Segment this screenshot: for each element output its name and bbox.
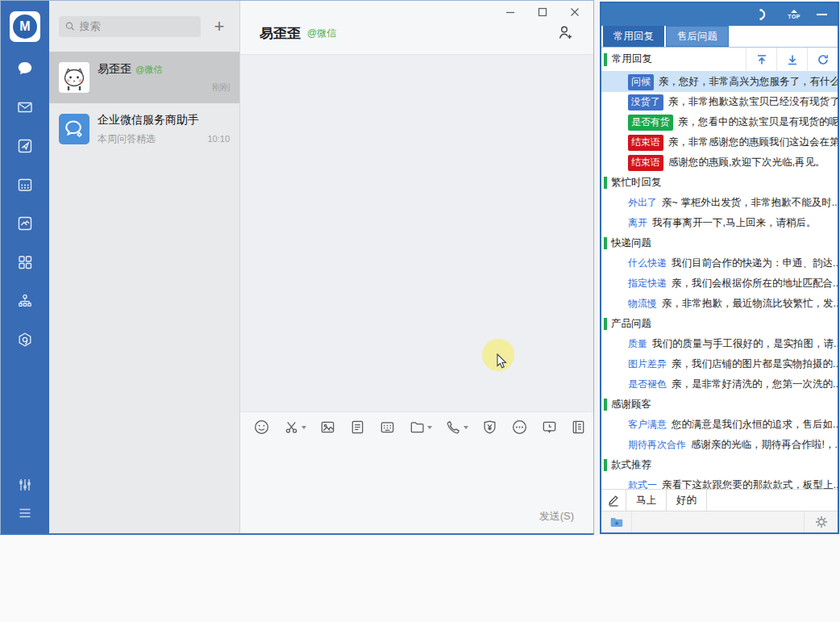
reply-row[interactable]: 是否有货 亲，您看中的这款宝贝是有现货的呢... (601, 112, 838, 132)
app-logo-glyph: M (13, 15, 37, 39)
reply-tag: 离开 (628, 216, 647, 230)
maximize-icon[interactable] (532, 4, 553, 20)
quick-reply-buttons: 马上 好的 (626, 490, 707, 511)
payment-icon[interactable] (481, 419, 498, 436)
call-icon[interactable] (445, 419, 468, 436)
close-icon[interactable] (564, 4, 585, 20)
docs-icon[interactable] (16, 137, 34, 155)
send-button[interactable]: 发送(S) (539, 509, 574, 524)
chat-time: 10:10 (207, 134, 230, 144)
filter-icon[interactable] (16, 476, 34, 494)
mail-icon[interactable] (16, 98, 34, 116)
chat-list-item-yiwaiwai[interactable]: 易歪歪 @微信 刚刚 (49, 52, 239, 103)
file-icon[interactable] (349, 419, 366, 436)
wechat-badge: @微信 (135, 64, 162, 76)
group-title: 繁忙时回复 (611, 176, 662, 190)
minimize-icon[interactable] (500, 4, 521, 20)
reply-row[interactable]: 结束语 感谢您的惠顾,欢迎下次光临,再见。 (601, 152, 838, 173)
group-marker (604, 177, 607, 189)
gallery-icon[interactable] (16, 215, 34, 232)
group-marker (604, 399, 607, 411)
contacts-icon[interactable] (16, 292, 34, 310)
reply-row[interactable]: 繁忙时回复 (601, 173, 838, 193)
chat-preview: 本周问答精选 (98, 132, 207, 146)
menu-icon[interactable] (16, 504, 34, 522)
reply-tag: 质量 (628, 337, 647, 351)
conversation-pane: 易歪歪 @微信 (240, 1, 593, 533)
scroll-top-icon[interactable] (746, 48, 776, 72)
group-marker (604, 53, 607, 66)
reply-list-toolbar: 常用回复 (601, 48, 838, 72)
reply-row[interactable]: 产品问题 (601, 314, 838, 334)
reply-row[interactable]: 离开 我有事离开一下,马上回来，请稍后。 (601, 213, 838, 233)
pin-top-button[interactable]: TOP (788, 10, 800, 19)
workbench-icon[interactable] (16, 253, 34, 271)
message-record-icon[interactable] (570, 419, 587, 436)
folder-icon[interactable] (601, 511, 632, 532)
group-title: 感谢顾客 (611, 398, 651, 411)
search-input[interactable] (80, 20, 194, 32)
quick-reply-icon[interactable] (379, 419, 396, 436)
reply-row[interactable]: 什么快递 我们目前合作的快递为：申通、韵达... (601, 253, 838, 273)
group-marker (604, 318, 607, 330)
desktop: M (0, 0, 840, 622)
add-member-icon[interactable] (556, 23, 576, 43)
reply-tag: 什么快递 (628, 257, 667, 270)
reply-row[interactable]: 款式一 亲看下这款跟您要的那款款式，板型上... (601, 475, 838, 489)
chat-list-item-wecom-assistant[interactable]: 企业微信服务商助手 本周问答精选 10:10 (49, 103, 239, 155)
chevron-down-icon (464, 426, 468, 429)
calendar-icon[interactable] (16, 176, 34, 194)
reply-list: 问候 亲，您好，非常高兴为您服务了，有什么... 没货了 亲，非常抱歉这款宝贝已… (601, 72, 838, 489)
reply-text: 亲，我们店铺的图片都是实物拍摄的... (672, 357, 838, 371)
reply-row[interactable]: 客户满意 您的满意是我们永恒的追求，售后如... (601, 415, 838, 435)
image-icon[interactable] (319, 419, 336, 436)
reply-row[interactable]: 问候 亲，您好，非常高兴为您服务了，有什么... (601, 72, 838, 92)
reply-row[interactable]: 质量 我们的质量与手工很好的，是实拍图，请... (601, 334, 838, 354)
more-icon[interactable] (511, 419, 528, 436)
reply-row[interactable]: 外出了 亲~ 掌柜外出发货，非常抱歉不能及时... (601, 193, 838, 213)
message-input[interactable]: 发送(S) (240, 442, 593, 533)
reply-row[interactable]: 没货了 亲，非常抱歉这款宝贝已经没有现货了... (601, 92, 838, 112)
panel-minimize-icon[interactable] (817, 13, 828, 16)
search-input-wrap[interactable] (59, 16, 201, 37)
search-icon (65, 21, 75, 31)
panel-tab[interactable]: 常用回复 (603, 26, 664, 47)
reply-text: 亲，非常抱歉这款宝贝已经没有现货了... (668, 95, 838, 109)
reply-text: 亲，您看中的这款宝贝是有现货的呢... (678, 115, 838, 129)
reply-row[interactable]: 款式推荐 (601, 455, 838, 475)
reply-list-title: 常用回复 (612, 52, 746, 66)
panel-tab-label: 售后问题 (677, 30, 717, 44)
quick-reply-button[interactable]: 马上 (626, 490, 667, 511)
reply-text: 亲，非常感谢您的惠顾我们这边会在第... (668, 136, 838, 149)
reply-row[interactable]: 结束语 亲，非常感谢您的惠顾我们这边会在第... (601, 132, 838, 152)
refresh-icon[interactable] (807, 48, 838, 72)
reply-row[interactable]: 物流慢 亲，非常抱歉，最近物流比较繁忙，发... (601, 294, 838, 314)
rollback-icon[interactable] (757, 9, 771, 20)
reply-row[interactable]: 指定快递 亲，我们会根据你所在的地址匹配合... (601, 273, 838, 294)
chat-history-icon[interactable] (541, 419, 558, 436)
scroll-bottom-icon[interactable] (776, 48, 807, 72)
reply-row[interactable]: 图片差异 亲，我们店铺的图片都是实物拍摄的... (601, 354, 838, 374)
apps-icon[interactable] (16, 331, 34, 349)
reply-row[interactable]: 快递问题 (601, 233, 838, 253)
edit-pencil-icon[interactable] (601, 490, 626, 511)
screenshot-icon[interactable] (283, 419, 306, 436)
reply-row[interactable]: 感谢顾客 (601, 394, 838, 415)
folder-icon[interactable] (409, 419, 432, 436)
window-controls (500, 4, 585, 20)
quick-reply-button[interactable]: 好的 (667, 490, 707, 511)
add-chat-button[interactable]: + (209, 16, 230, 37)
reply-text: 亲看下这款跟您要的那款款式，板型上... (662, 478, 838, 489)
reply-row[interactable]: 是否褪色 亲，是非常好清洗的，您第一次洗的... (601, 374, 838, 394)
gear-icon[interactable] (804, 511, 838, 532)
emoji-icon[interactable] (253, 419, 270, 436)
app-logo[interactable]: M (10, 11, 40, 42)
group-marker (604, 237, 607, 249)
reply-tag: 结束语 (628, 155, 663, 171)
chat-icon[interactable] (16, 60, 34, 77)
message-area[interactable] (240, 55, 593, 411)
reply-row[interactable]: 期待再次合作 感谢亲的光临，期待再合作啦!，... (601, 435, 838, 455)
reply-text: 亲~ 掌柜外出发货，非常抱歉不能及时... (662, 196, 838, 210)
chat-toolbar (240, 411, 593, 442)
panel-tab[interactable]: 售后问题 (666, 26, 729, 47)
